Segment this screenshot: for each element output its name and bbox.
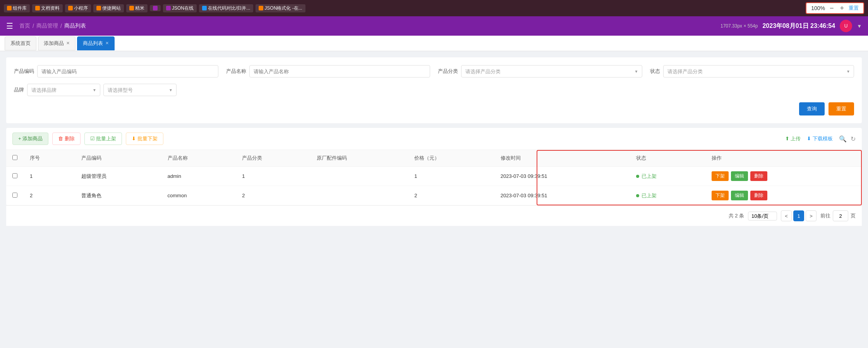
upload-link[interactable]: ⬆ 上传 — [785, 135, 801, 142]
reset-button[interactable]: 重置 — [829, 102, 854, 115]
tab-product-list[interactable]: 商品列表 ✕ — [77, 36, 115, 50]
th-name: 产品名称 — [161, 150, 236, 167]
select-model[interactable]: 请选择型号 — [103, 84, 177, 96]
row-2-category: 2 — [236, 186, 310, 205]
breadcrumb: 首页 / 商品管理 / 商品列表 — [19, 22, 86, 29]
tab-system-home[interactable]: 系统首页 — [5, 36, 36, 50]
row-1-price: 1 — [408, 167, 494, 186]
tab-add-product[interactable]: 添加商品 ✕ — [38, 36, 75, 50]
row-2-action-buttons: 下架 编辑 删除 — [712, 191, 856, 200]
bookmark-json-format[interactable]: JSON格式化 -在... — [256, 4, 305, 12]
query-button[interactable]: 查询 — [799, 102, 825, 115]
bookmark-icon — [68, 6, 73, 10]
table-section: + 添加商品 🗑 删除 ☑ 批量上架 ⬇ 批量下架 ⬆ 上传 ⬇ 下载模板 🔍 … — [6, 128, 862, 226]
page-jump-input[interactable] — [833, 210, 848, 221]
page-1-button[interactable]: 1 — [793, 210, 804, 221]
prev-page-button[interactable]: < — [781, 210, 792, 221]
th-code: 产品编码 — [75, 150, 161, 167]
browser-toolbar: 组件库 文档资料 小程序 便捷网站 精米 JSON在线 在线代码对比/归并... — [0, 0, 868, 16]
main-content: 产品编码 产品名称 产品分类 请选择产品分类 状态 请选择产品分 — [0, 51, 868, 348]
row-1-delete-button[interactable]: 删除 — [750, 171, 767, 181]
label-product-code: 产品编码 — [14, 68, 34, 75]
next-page-button[interactable]: > — [806, 210, 817, 221]
th-actions: 操作 — [705, 150, 862, 167]
label-product-category: 产品分类 — [438, 68, 458, 75]
field-status: 状态 请选择产品分类 — [650, 65, 854, 78]
add-product-button[interactable]: + 添加商品 — [12, 133, 48, 145]
field-product-code: 产品编码 — [14, 65, 218, 78]
bookmarks-bar: 组件库 文档资料 小程序 便捷网站 精米 JSON在线 在线代码对比/归并... — [4, 4, 305, 12]
tab-label: 系统首页 — [10, 40, 31, 47]
breadcrumb-home[interactable]: 首页 — [19, 22, 30, 29]
batch-shelf-down-button[interactable]: ⬇ 批量下架 — [126, 133, 163, 145]
table-toolbar: + 添加商品 🗑 删除 ☑ 批量上架 ⬇ 批量下架 ⬆ 上传 ⬇ 下载模板 🔍 … — [6, 128, 862, 150]
bookmark-empty[interactable] — [150, 5, 161, 11]
search-action-buttons: 查询 重置 — [14, 102, 854, 115]
page-nav: < 1 > — [781, 210, 817, 221]
select-product-category[interactable]: 请选择产品分类 — [461, 65, 642, 78]
input-product-name[interactable] — [249, 65, 431, 78]
row-2-takedown-button[interactable]: 下架 — [712, 191, 729, 200]
row-1-index: 1 — [24, 167, 75, 186]
datetime: 2023年08月01日 23:46:54 — [762, 22, 835, 30]
tab-close-icon[interactable]: ✕ — [66, 41, 70, 46]
table-row: 1 超级管理员 admin 1 1 2023-07-03 09:39:51 已上… — [6, 167, 862, 186]
tab-close-icon[interactable]: ✕ — [105, 41, 109, 46]
select-all-checkbox[interactable] — [12, 155, 17, 160]
product-table: 序号 产品编码 产品名称 产品分类 原厂配件编码 价格（元） 修改时间 状态 操… — [6, 150, 862, 205]
row-1-category: 1 — [236, 167, 310, 186]
bookmark-code-compare[interactable]: 在线代码对比/归并... — [199, 4, 253, 12]
bookmark-label: 在线代码对比/归并... — [208, 5, 250, 12]
row-2-delete-button[interactable]: 删除 — [750, 191, 767, 200]
download-template-link[interactable]: ⬇ 下载模板 — [807, 135, 833, 142]
bookmark-icon — [129, 6, 134, 10]
bookmark-小程序[interactable]: 小程序 — [65, 4, 91, 12]
bookmark-精米[interactable]: 精米 — [126, 4, 148, 12]
bookmark-label: JSON在线 — [172, 5, 194, 12]
pagination: 共 2 条 10条/页 20条/页 50条/页 < 1 > 前往 页 — [6, 205, 862, 226]
row-2-checkbox[interactable] — [12, 193, 17, 198]
zoom-reset-button[interactable]: 重置 — [849, 5, 859, 12]
row-2-edit-button[interactable]: 编辑 — [731, 191, 748, 200]
row-1-status-text: 已上架 — [642, 173, 657, 180]
zoom-plus-button[interactable]: + — [838, 5, 846, 12]
batch-delete-button[interactable]: 🗑 删除 — [52, 133, 81, 145]
refresh-icon[interactable]: ↻ — [851, 135, 856, 143]
bookmark-文档资料[interactable]: 文档资料 — [32, 4, 63, 12]
search-row-2: 品牌 请选择品牌 请选择型号 — [14, 84, 854, 96]
row-1-takedown-button[interactable]: 下架 — [712, 171, 729, 181]
tab-label: 添加商品 — [44, 40, 64, 47]
search-icon[interactable]: 🔍 — [839, 135, 847, 143]
th-price: 价格（元） — [408, 150, 494, 167]
app-header: ☰ 首页 / 商品管理 / 商品列表 1707.33px × 554p 2023… — [0, 16, 868, 36]
toolbar-right: ⬆ 上传 ⬇ 下载模板 🔍 ↻ — [785, 135, 856, 143]
select-wrapper-status: 请选择产品分类 — [663, 65, 854, 78]
breadcrumb-product-management[interactable]: 商品管理 — [36, 22, 58, 29]
batch-shelf-up-button[interactable]: ☑ 批量上架 — [84, 133, 122, 145]
page-size-select[interactable]: 10条/页 20条/页 50条/页 — [748, 212, 777, 221]
row-2-modified-time: 2023-07-03 09:39:51 — [494, 186, 630, 205]
px-info: 1707.33px × 554p — [720, 23, 758, 29]
row-1-modified-time: 2023-07-03 09:39:51 — [494, 167, 630, 186]
table-header: 序号 产品编码 产品名称 产品分类 原厂配件编码 价格（元） 修改时间 状态 操… — [6, 150, 862, 167]
zoom-minus-button[interactable]: − — [828, 5, 835, 12]
label-brand: 品牌 — [14, 86, 24, 93]
select-brand[interactable]: 请选择品牌 — [27, 84, 100, 96]
bookmark-组件库[interactable]: 组件库 — [4, 4, 30, 12]
field-brand: 品牌 请选择品牌 请选择型号 — [14, 84, 177, 96]
row-2-checkbox-cell — [6, 186, 24, 205]
bookmark-icon — [35, 6, 40, 10]
menu-icon[interactable]: ☰ — [6, 21, 13, 31]
avatar: U — [840, 20, 852, 32]
select-wrapper-brand: 请选择品牌 — [27, 84, 100, 96]
input-product-code[interactable] — [37, 65, 218, 78]
row-1-edit-button[interactable]: 编辑 — [731, 171, 748, 181]
th-checkbox — [6, 150, 24, 167]
row-2-price: 2 — [408, 186, 494, 205]
bookmark-json-online[interactable]: JSON在线 — [163, 4, 197, 12]
bookmark-label: 组件库 — [13, 5, 27, 12]
select-status[interactable]: 请选择产品分类 — [663, 65, 854, 78]
row-1-checkbox[interactable] — [12, 173, 17, 178]
bookmark-便捷网站[interactable]: 便捷网站 — [93, 4, 124, 12]
header-arrow-icon[interactable]: ▼ — [857, 23, 862, 29]
